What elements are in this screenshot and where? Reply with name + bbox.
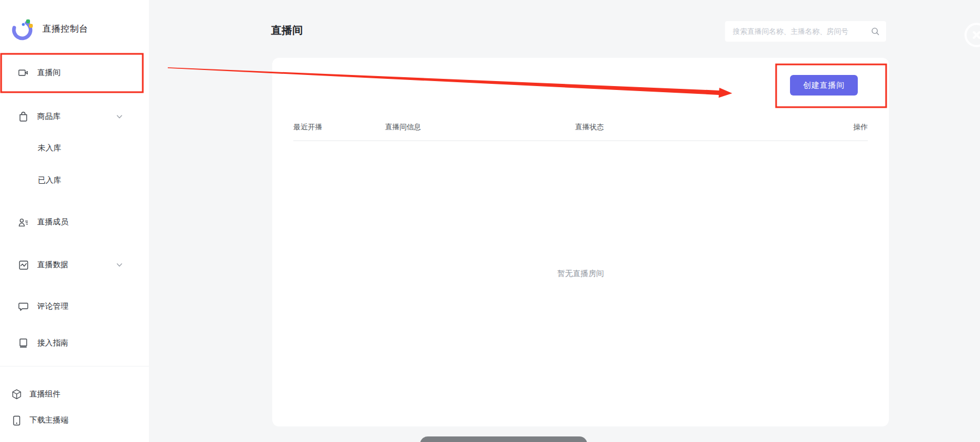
live-room-list-card: 创建直播间 最近开播 直播间信息 直播状态 操作 暂无直播房间 [272, 58, 889, 426]
sidebar-item-label: 未入库 [38, 143, 61, 153]
search-icon[interactable] [871, 27, 879, 36]
sidebar-item-data[interactable]: 直播数据 [0, 254, 149, 276]
phone-icon [12, 415, 22, 425]
sidebar-item-products[interactable]: 商品库 [0, 106, 149, 128]
chart-icon [18, 260, 28, 270]
empty-state-text: 暂无直播房间 [272, 269, 889, 279]
brand: 直播控制台 [11, 17, 88, 41]
search-input[interactable] [725, 27, 871, 36]
sidebar-item-download-host-app[interactable]: 下载主播端 [0, 409, 149, 431]
sidebar-item-label: 评论管理 [37, 302, 68, 312]
shopping-bag-icon [18, 112, 28, 122]
app-logo-icon [11, 17, 35, 41]
sidebar-item-in-stock[interactable]: 已入库 [0, 169, 149, 192]
sidebar-item-guide[interactable]: 接入指南 [0, 332, 149, 354]
cube-icon [12, 389, 22, 399]
sidebar-item-label: 接入指南 [37, 338, 68, 348]
app-title: 直播控制台 [42, 23, 88, 35]
toast-fragment [420, 436, 587, 442]
create-live-room-button[interactable]: 创建直播间 [790, 75, 858, 96]
chevron-down-icon[interactable] [116, 113, 123, 123]
search-box [725, 21, 886, 42]
column-header-actions: 操作 [853, 122, 868, 132]
sidebar-item-label: 已入库 [38, 175, 61, 185]
live-console-app: 直播控制台 直播间 商品库 [0, 0, 980, 442]
sidebar-item-live-room[interactable]: 直播间 [0, 62, 149, 84]
member-icon [18, 217, 28, 227]
video-camera-icon [18, 68, 28, 78]
page-title: 直播间 [271, 23, 303, 38]
column-header-room-info: 直播间信息 [385, 122, 421, 132]
close-icon[interactable] [964, 23, 980, 47]
sidebar-item-components[interactable]: 直播组件 [0, 383, 149, 405]
sidebar-item-label: 直播组件 [29, 389, 61, 399]
sidebar-divider [0, 366, 149, 366]
sidebar-item-comments[interactable]: 评论管理 [0, 295, 149, 318]
sidebar-item-label: 直播间 [37, 68, 61, 78]
sidebar-item-label: 直播成员 [37, 217, 68, 227]
column-header-live-status: 直播状态 [575, 122, 604, 132]
table-header-divider [293, 140, 868, 141]
sidebar-item-label: 下载主播端 [29, 415, 68, 425]
sidebar-item-not-in-stock[interactable]: 未入库 [0, 137, 149, 159]
sidebar: 直播控制台 直播间 商品库 [0, 0, 149, 442]
sidebar-item-label: 直播数据 [37, 260, 68, 270]
chevron-down-icon[interactable] [116, 261, 123, 271]
sidebar-item-members[interactable]: 直播成员 [0, 211, 149, 233]
guide-book-icon [18, 338, 28, 348]
column-header-recent-broadcast: 最近开播 [293, 122, 322, 132]
comment-icon [18, 302, 28, 312]
sidebar-item-label: 商品库 [37, 112, 61, 122]
